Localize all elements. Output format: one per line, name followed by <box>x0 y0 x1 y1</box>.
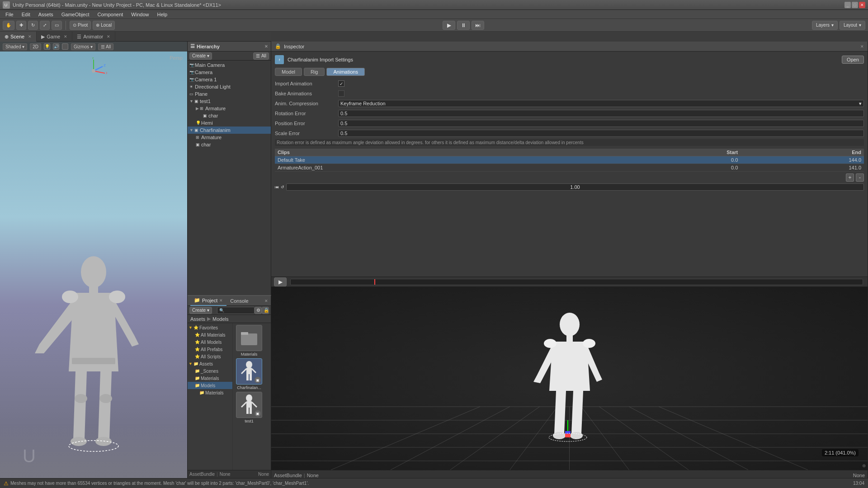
tab-animator[interactable]: ☰ Animator ✕ <box>72 32 115 42</box>
clip-row-default[interactable]: Default Take 0.0 144.0 <box>275 156 864 164</box>
proj-favorites-header[interactable]: ▼ ⭐ Favorites <box>188 324 232 331</box>
hier-item-char[interactable]: ▣ char <box>188 112 271 119</box>
lighting-button[interactable]: 💡 <box>44 43 50 50</box>
all-button[interactable]: ☰ All <box>98 43 113 50</box>
anim-play-button[interactable]: ▶ <box>274 277 287 286</box>
add-clip-button[interactable]: + <box>846 174 854 182</box>
proj-scenes[interactable]: 📁 _Scenes <box>188 367 232 375</box>
hier-item-plane[interactable]: ▭ Plane <box>188 90 271 98</box>
menu-edit[interactable]: Edit <box>18 11 34 18</box>
minimize-button[interactable]: _ <box>844 2 851 8</box>
assetbundle-value[interactable]: None <box>307 473 319 478</box>
layers-dropdown[interactable]: Layers ▾ <box>812 21 838 30</box>
inspector-close-icon[interactable]: ✕ <box>860 44 864 49</box>
hier-item-camera1[interactable]: 📷 Camera 1 <box>188 76 271 83</box>
asset-materials-folder[interactable]: Materials <box>235 325 264 357</box>
tab-game[interactable]: ▶ Game ✕ <box>37 32 72 42</box>
open-button[interactable]: Open <box>842 56 864 64</box>
hier-item-char2[interactable]: ▣ char <box>188 141 271 148</box>
menu-window[interactable]: Window <box>127 11 152 18</box>
pivot-button[interactable]: ⊙ Pivot <box>70 21 91 30</box>
gizmos-button[interactable]: Gizmos ▾ <box>71 43 95 50</box>
menu-gameobject[interactable]: GameObject <box>58 11 93 18</box>
timeline-value-display[interactable]: 1.00 <box>286 183 864 191</box>
bake-animations-checkbox[interactable] <box>338 90 344 97</box>
2d-mode-button[interactable]: 2D <box>30 43 41 50</box>
hier-item-armature2[interactable]: ⊞ Armature <box>188 134 271 141</box>
menu-help[interactable]: Help <box>153 11 171 18</box>
project-panel-close-icon[interactable]: ✕ <box>264 299 268 303</box>
proj-all-models[interactable]: ⭐ All Models <box>188 338 232 346</box>
assetbundle-right-value[interactable]: None <box>853 473 865 478</box>
hier-item-maincamera[interactable]: 📷 Main Camera <box>188 61 271 69</box>
shading-mode-button[interactable]: Shaded ▾ <box>3 43 27 50</box>
asset-bundle-right[interactable]: None <box>258 472 269 477</box>
hier-item-armature[interactable]: ▶ ⊞ Armature <box>188 105 271 112</box>
play-button[interactable]: ▶ <box>443 21 455 30</box>
import-animation-checkbox[interactable] <box>338 80 344 87</box>
hier-item-hemi[interactable]: 💡 Hemi <box>188 119 271 127</box>
project-options-button[interactable]: ⚙ <box>255 307 262 314</box>
hier-item-directionallight[interactable]: ☀ Directional Light <box>188 83 271 90</box>
asset-charfinalanim[interactable]: ▣ Charfinalan... <box>235 358 264 390</box>
rig-tab-button[interactable]: Rig <box>304 68 325 76</box>
local-button[interactable]: ⊕ Local <box>93 21 115 30</box>
tab-scene[interactable]: ⊕ Scene ✕ <box>0 32 37 42</box>
step-button[interactable]: ⏭ <box>472 21 484 30</box>
maximize-button[interactable]: □ <box>852 2 858 8</box>
console-tab[interactable]: Console <box>226 296 252 306</box>
hierarchy-close-icon[interactable]: ✕ <box>264 44 268 49</box>
move-tool-button[interactable]: ✚ <box>16 21 26 30</box>
asset-test1[interactable]: ▣ test1 <box>235 392 264 423</box>
assets-folder-icon: 📁 <box>193 361 198 366</box>
project-create-button[interactable]: Create ▾ <box>189 307 212 314</box>
breadcrumb-assets[interactable]: Assets <box>190 316 205 322</box>
remove-clip-button[interactable]: - <box>856 174 864 182</box>
hier-item-charfinalanim[interactable]: ▼ ▣ Charfinalanim <box>188 127 271 134</box>
rotate-tool-button[interactable]: ↻ <box>28 21 38 30</box>
close-button[interactable]: ✕ <box>859 2 865 8</box>
proj-assets-header[interactable]: ▼ 📁 Assets <box>188 360 232 367</box>
hierarchy-create-button[interactable]: Create ▾ <box>189 52 212 60</box>
anim-compression-dropdown[interactable]: Keyframe Reduction ▾ <box>338 100 864 107</box>
close-tab-icon-animator[interactable]: ✕ <box>107 34 110 39</box>
menu-file[interactable]: File <box>2 11 17 18</box>
menu-component[interactable]: Component <box>94 11 127 18</box>
project-tab[interactable]: 📁 Project ✕ <box>190 296 226 306</box>
breadcrumb-models[interactable]: Models <box>212 316 228 322</box>
proj-materials[interactable]: 📁 Materials <box>188 375 232 382</box>
position-error-input[interactable]: 0.5 <box>338 120 864 127</box>
menu-assets[interactable]: Assets <box>35 11 57 18</box>
proj-all-scripts[interactable]: ⭐ All Scripts <box>188 353 232 360</box>
char-icon: ▣ <box>203 113 208 118</box>
pause-button[interactable]: ⏸ <box>457 21 470 30</box>
animations-tab-button[interactable]: Animations <box>326 68 364 76</box>
scene-viewport[interactable]: Shaded ▾ 2D 💡 🔊 Gizmos ▾ ☰ <box>0 42 187 480</box>
proj-models-materials[interactable]: 📁 Materials <box>188 389 232 396</box>
proj-all-materials[interactable]: ⭐ All Materials <box>188 331 232 338</box>
proj-all-prefabs[interactable]: ⭐ All Prefabs <box>188 346 232 353</box>
rotation-error-input[interactable]: 0.5 <box>338 110 864 117</box>
rect-tool-button[interactable]: ▭ <box>52 21 62 30</box>
scale-error-input[interactable]: 0.5 <box>338 130 864 137</box>
anim-timeline[interactable] <box>290 279 863 285</box>
model-tab-button[interactable]: Model <box>275 68 302 76</box>
layout-dropdown[interactable]: Layout ▾ <box>840 21 865 30</box>
project-close-icon[interactable]: ✕ <box>219 298 223 303</box>
project-search-input[interactable] <box>225 308 252 313</box>
hier-item-camera[interactable]: 📷 Camera <box>188 69 271 76</box>
hierarchy-all-button[interactable]: ☰ All <box>253 52 269 60</box>
project-tree: ▼ ⭐ Favorites ⭐ All Materials ⭐ All Mode… <box>188 323 233 470</box>
close-tab-icon[interactable]: ✕ <box>28 34 32 39</box>
asset-bundle-none[interactable]: None <box>220 472 231 477</box>
close-tab-icon-game[interactable]: ✕ <box>64 34 67 39</box>
anim-3d-viewport[interactable]: 2:11 (041.0%) ⊕ <box>271 287 868 470</box>
hier-item-test1[interactable]: ▼ ▣ test1 <box>188 98 271 105</box>
hand-tool-button[interactable]: ✋ <box>3 21 14 30</box>
scale-tool-button[interactable]: ⤢ <box>40 21 50 30</box>
project-lock-button[interactable]: 🔒 <box>262 307 269 314</box>
audio-button[interactable]: 🔊 <box>53 43 59 50</box>
clip-row-armature[interactable]: ArmatureAction_001 0.0 141.0 <box>275 164 864 172</box>
fx-button[interactable] <box>62 43 68 50</box>
proj-models[interactable]: 📁 Models <box>188 382 232 389</box>
